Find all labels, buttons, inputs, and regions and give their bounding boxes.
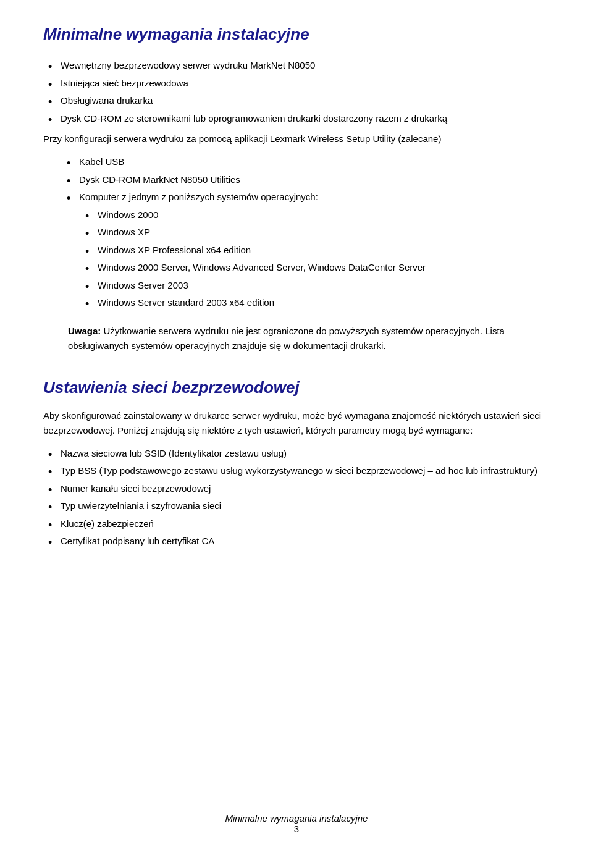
note-label: Uwaga: xyxy=(68,326,101,336)
note-block: Uwaga: Użytkowanie serwera wydruku nie j… xyxy=(68,324,550,353)
footer-page-number: 3 xyxy=(43,824,550,834)
intro-requirements-list: Wewnętrzny bezprzewodowy serwer wydruku … xyxy=(43,59,550,125)
list-item: Windows XP xyxy=(80,225,550,240)
os-list: Windows 2000 Windows XP Windows XP Profe… xyxy=(80,208,550,310)
list-item: Windows 2000 xyxy=(80,208,550,222)
list-item: Nazwa sieciowa lub SSID (Identyfikator z… xyxy=(43,447,550,461)
list-item: Windows XP Professional x64 edition xyxy=(80,243,550,258)
list-item: Komputer z jednym z poniższych systemów … xyxy=(62,190,550,204)
page-footer: Minimalne wymagania instalacyjne 3 xyxy=(43,813,550,834)
section2-paragraph1: Aby skonfigurować zainstalowany w drukar… xyxy=(43,408,550,438)
list-item: Windows Server 2003 xyxy=(80,279,550,293)
list-item: Kabel USB xyxy=(62,155,550,169)
list-item: Istniejąca sieć bezprzewodowa xyxy=(43,77,550,91)
list-item: Windows Server standard 2003 x64 edition xyxy=(80,296,550,310)
list-item: Dysk CD-ROM ze sterownikami lub oprogram… xyxy=(43,112,550,126)
config-items-list: Kabel USB Dysk CD-ROM MarkNet N8050 Util… xyxy=(62,155,550,310)
list-item: Typ BSS (Typ podstawowego zestawu usług … xyxy=(43,464,550,478)
wireless-settings-list: Nazwa sieciowa lub SSID (Identyfikator z… xyxy=(43,447,550,549)
list-item: Windows 2000 Server, Windows Advanced Se… xyxy=(80,261,550,275)
footer-title: Minimalne wymagania instalacyjne xyxy=(43,813,550,824)
note-text: Użytkowanie serwera wydruku nie jest ogr… xyxy=(68,326,505,351)
list-item: Dysk CD-ROM MarkNet N8050 Utilities xyxy=(62,173,550,187)
list-item: Certyfikat podpisany lub certyfikat CA xyxy=(43,534,550,549)
list-item: Wewnętrzny bezprzewodowy serwer wydruku … xyxy=(43,59,550,73)
list-item: Numer kanału sieci bezprzewodowej xyxy=(43,482,550,496)
list-item: Klucz(e) zabezpieczeń xyxy=(43,517,550,531)
list-item: Obsługiwana drukarka xyxy=(43,94,550,108)
config-intro-text: Przy konfiguracji serwera wydruku za pom… xyxy=(43,132,550,146)
section2-title: Ustawienia sieci bezprzewodowej xyxy=(43,378,550,397)
list-item: Typ uwierzytelniania i szyfrowania sieci xyxy=(43,499,550,513)
main-title: Minimalne wymagania instalacyjne xyxy=(43,25,550,44)
